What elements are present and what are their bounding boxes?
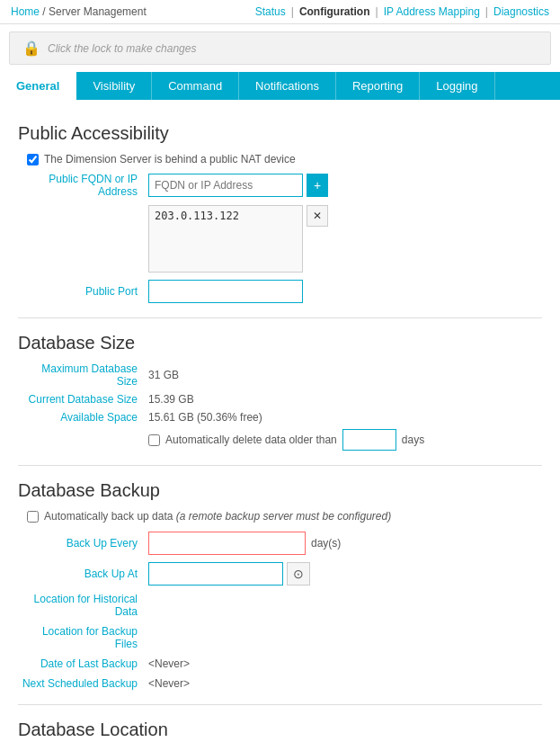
breadcrumb-current: Server Management [49,5,147,18]
tabs-bar: General Visibility Command Notifications… [0,72,560,100]
historical-data-label: Location for Historical Data [18,593,148,618]
available-space-value: 15.61 GB (50.36% free) [148,411,262,424]
database-location-title: Database Location [18,720,542,740]
tab-logging[interactable]: Logging [420,72,494,100]
auto-backup-label: Automatically back up data (a remote bac… [44,510,391,523]
next-backup-row: Next Scheduled Backup <Never> [18,677,542,690]
public-port-row: Public Port 443 [18,280,542,303]
diagnostics-link[interactable]: Diagnostics [493,5,549,18]
tab-notifications[interactable]: Notifications [239,72,336,100]
auto-backup-checkbox[interactable] [27,511,39,523]
auto-delete-unit: days [402,434,424,446]
current-db-row: Current Database Size 15.39 GB [18,393,542,406]
current-db-label: Current Database Size [18,393,148,406]
historical-data-row: Location for Historical Data [18,593,542,618]
auto-delete-checkbox[interactable] [148,434,160,446]
status-link[interactable]: Status [255,5,286,18]
backup-at-row: Back Up At 06:30 PM ⊙ [18,562,542,586]
lock-bar[interactable]: 🔒 Click the lock to make changes [9,31,551,65]
fqdn-row: Public FQDN or IP Address + [18,173,542,198]
ip-remove-button[interactable]: ✕ [307,205,328,227]
top-links: Status | Configuration | IP Address Mapp… [255,5,549,18]
backup-at-input[interactable]: 06:30 PM [148,562,283,586]
ip-textarea[interactable]: 203.0.113.122 [148,205,303,273]
database-size-title: Database Size [18,333,542,353]
backup-every-row: Back Up Every 1 day(s) [18,532,542,555]
nat-checkbox[interactable] [27,154,39,165]
breadcrumb-separator: / [42,5,45,18]
backup-every-input[interactable]: 1 [148,532,306,555]
auto-backup-checkbox-row: Automatically back up data (a remote bac… [27,510,542,523]
main-content: Public Accessibility The Dimension Serve… [0,100,560,742]
max-db-label: Maximum Database Size [18,362,148,388]
backup-files-row: Location for Backup Files [18,625,542,650]
lock-text: Click the lock to make changes [48,42,196,55]
backup-at-label: Back Up At [18,568,148,580]
tab-reporting[interactable]: Reporting [336,72,420,100]
ip-mapping-link[interactable]: IP Address Mapping [384,5,480,18]
auto-delete-row: Automatically delete data older than 365… [148,429,542,451]
last-backup-value: <Never> [148,657,190,670]
available-space-row: Available Space 15.61 GB (50.36% free) [18,411,542,424]
public-accessibility-title: Public Accessibility [18,123,542,144]
top-nav: Home / Server Management Status | Config… [0,0,560,24]
next-backup-label: Next Scheduled Backup [18,677,148,690]
public-port-input[interactable]: 443 [148,280,303,303]
public-port-label: Public Port [18,285,148,298]
configuration-link[interactable]: Configuration [299,5,370,18]
clock-button[interactable]: ⊙ [287,562,310,586]
ip-area-wrapper: 203.0.113.122 ✕ [148,205,542,273]
nat-checkbox-label: The Dimension Server is behind a public … [44,153,296,165]
fqdn-input[interactable] [148,174,303,197]
max-db-value: 31 GB [148,369,179,381]
fqdn-group: + [148,174,328,197]
tab-visibility[interactable]: Visibility [76,72,152,100]
tab-command[interactable]: Command [152,72,239,100]
auto-delete-label: Automatically delete data older than [165,434,337,446]
last-backup-row: Date of Last Backup <Never> [18,657,542,670]
available-space-label: Available Space [18,411,148,424]
next-backup-value: <Never> [148,677,190,690]
max-db-row: Maximum Database Size 31 GB [18,362,542,388]
time-input-wrapper: 06:30 PM ⊙ [148,562,310,586]
last-backup-label: Date of Last Backup [18,657,148,670]
fqdn-label: Public FQDN or IP Address [18,173,148,198]
breadcrumb-home[interactable]: Home [11,5,40,18]
auto-delete-days-input[interactable]: 365 [342,429,396,451]
lock-icon: 🔒 [22,40,40,57]
backup-every-unit: day(s) [311,537,341,550]
backup-every-label: Back Up Every [18,537,148,550]
backup-files-label: Location for Backup Files [18,625,148,650]
fqdn-add-button[interactable]: + [307,174,328,197]
nat-checkbox-row: The Dimension Server is behind a public … [27,153,542,165]
breadcrumb: Home / Server Management [11,5,147,18]
tab-general[interactable]: General [0,72,76,100]
current-db-value: 15.39 GB [148,393,194,406]
database-backup-title: Database Backup [18,480,542,501]
